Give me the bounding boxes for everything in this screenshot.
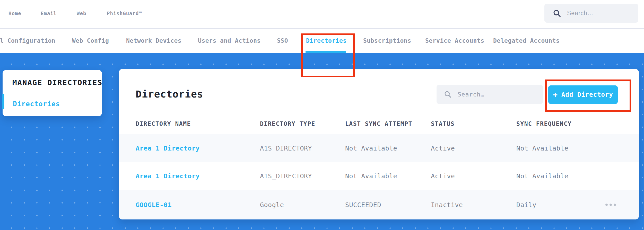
active-item-indicator: [2, 94, 4, 109]
nav-item-email[interactable]: Email: [41, 11, 57, 16]
last-sync-value: Not Available: [345, 145, 397, 152]
table-row: Area 1 Directory A1S_DIRECTORY Not Avail…: [119, 134, 639, 162]
nav-item-home[interactable]: Home: [8, 11, 21, 16]
column-directory-name: DIRECTORY NAME: [136, 120, 191, 127]
table-header-row: DIRECTORY NAME DIRECTORY TYPE LAST SYNC …: [119, 113, 639, 134]
directory-type-value: A1S_DIRECTORY: [260, 145, 312, 152]
tab-subscriptions[interactable]: Subscriptions: [363, 37, 411, 44]
global-search-placeholder: Search…: [567, 10, 594, 17]
directory-name-link[interactable]: GOOGLE-01: [136, 201, 172, 208]
search-icon: [444, 90, 452, 99]
tab-directories[interactable]: Directories: [306, 37, 347, 44]
status-value: Active: [431, 145, 455, 152]
status-value: Inactive: [431, 201, 463, 208]
add-directory-button[interactable]: + Add Directory: [548, 85, 618, 104]
sync-frequency-value: Daily: [516, 201, 536, 208]
tab-delegated-accounts[interactable]: Delegated Accounts: [493, 37, 560, 44]
tab-sso[interactable]: SSO: [277, 37, 288, 44]
directories-search-placeholder: Search…: [458, 91, 484, 98]
sidebar-item-directories[interactable]: Directories: [13, 100, 60, 108]
table-row: GOOGLE-01 Google SUCCEEDED Inactive Dail…: [119, 190, 639, 219]
status-value: Active: [431, 172, 455, 180]
column-last-sync-attempt: LAST SYNC ATTEMPT: [345, 120, 412, 127]
secondary-nav: l Configuration Web Config Network Devic…: [0, 29, 644, 53]
row-actions-ellipsis-icon[interactable]: [605, 204, 616, 206]
last-sync-value: SUCCEEDED: [345, 201, 381, 208]
directory-name-link[interactable]: Area 1 Directory: [136, 172, 200, 180]
top-nav: Home Email Web PhishGuard™ Search…: [0, 0, 644, 29]
column-directory-type: DIRECTORY TYPE: [260, 120, 315, 127]
nav-item-phishguard[interactable]: PhishGuard™: [107, 11, 142, 16]
directories-search-input[interactable]: Search…: [437, 85, 543, 104]
column-sync-frequency: SYNC FREQUENCY: [516, 120, 572, 127]
sync-frequency-value: Not Available: [516, 145, 568, 152]
workspace-background: MANAGE DIRECTORIES Directories Directori…: [0, 53, 644, 230]
page-title: Directories: [136, 89, 203, 100]
directories-panel: Directories Search… + Add Directory DIRE…: [119, 69, 639, 219]
tab-network-devices[interactable]: Network Devices: [126, 37, 181, 44]
active-tab-underline: [306, 51, 346, 53]
add-directory-label: Add Directory: [561, 91, 613, 98]
directory-type-value: A1S_DIRECTORY: [260, 172, 312, 180]
sync-frequency-value: Not Available: [516, 172, 568, 180]
manage-directories-card: MANAGE DIRECTORIES Directories: [3, 70, 102, 116]
tab-users-and-actions[interactable]: Users and Actions: [198, 37, 261, 44]
app-window: Home Email Web PhishGuard™ Search… l Con…: [0, 0, 644, 230]
table-row: Area 1 Directory A1S_DIRECTORY Not Avail…: [119, 162, 639, 190]
column-status: STATUS: [431, 120, 455, 127]
tab-service-accounts[interactable]: Service Accounts: [425, 37, 484, 44]
last-sync-value: Not Available: [345, 172, 397, 180]
directory-name-link[interactable]: Area 1 Directory: [136, 145, 200, 152]
tab-web-config[interactable]: Web Config: [72, 37, 109, 44]
search-icon: [553, 9, 561, 18]
plus-icon: +: [553, 91, 558, 99]
tab-configuration[interactable]: l Configuration: [0, 37, 55, 44]
sidebar-card-title: MANAGE DIRECTORIES: [12, 78, 102, 87]
nav-item-web[interactable]: Web: [77, 11, 86, 16]
directory-type-value: Google: [260, 201, 284, 208]
global-search-input[interactable]: Search…: [544, 4, 638, 23]
